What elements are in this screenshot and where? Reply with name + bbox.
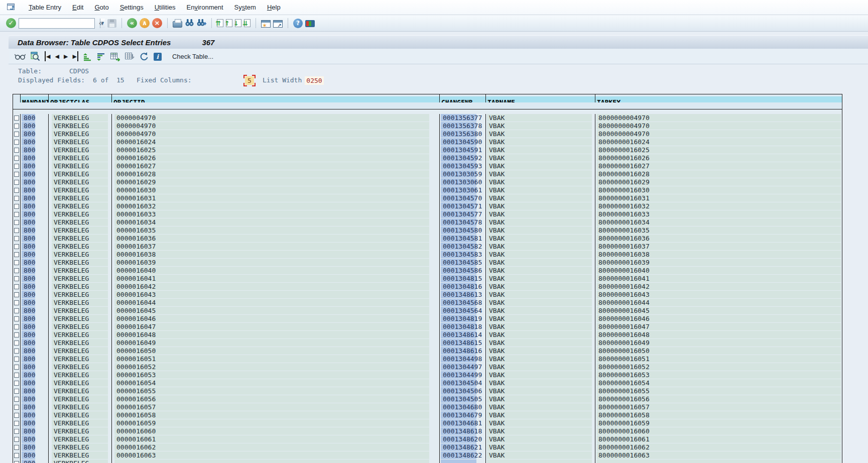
cell-objectid[interactable]: 0000016032 [114,202,429,210]
cell-objectclas[interactable]: VERKBELEG [52,459,108,463]
cell-changenr[interactable]: 0001304578 [441,218,476,226]
cell-mandant[interactable]: 800 [22,379,35,387]
cell-changenr[interactable]: 0001348621 [441,443,476,451]
cell-changenr[interactable]: 0001304679 [441,411,476,419]
cell-objectid[interactable]: 0000004970 [114,130,429,138]
cell-tabname[interactable]: VBAK [487,379,592,387]
menu-utilities[interactable]: Utilities [149,2,181,13]
cell-changenr[interactable]: 0001304815 [441,275,476,282]
row-checkbox[interactable] [14,437,19,442]
cell-objectclas[interactable]: VERKBELEG [52,387,108,395]
cell-tabkey[interactable]: 8000000016056 [596,395,841,403]
cell-mandant[interactable]: 800 [22,186,35,194]
column-header-objectid[interactable]: OBJECTID [112,96,439,102]
row-checkbox[interactable] [14,413,19,418]
cell-objectid[interactable]: 0000016046 [114,315,429,322]
cell-tabkey[interactable]: 8000000016057 [596,403,841,411]
cell-changenr[interactable]: 0001303059 [441,170,476,178]
page-down-icon[interactable]: ↓ [235,19,241,27]
cell-objectid[interactable]: 0000016044 [114,299,429,306]
row-checkbox[interactable] [14,276,19,281]
back-icon[interactable]: « [127,18,137,28]
cell-objectid[interactable]: 0000016028 [114,170,429,178]
cell-changenr[interactable]: 0001348613 [441,291,476,298]
system-menu-icon[interactable] [7,4,16,11]
cell-objectclas[interactable]: VERKBELEG [52,363,108,371]
cell-objectid[interactable]: 0000016040 [114,267,429,274]
cell-changenr[interactable]: 0001348614 [441,331,476,338]
cell-changenr[interactable]: 0001303061 [441,186,476,194]
cell-tabkey[interactable]: 8000000016029 [596,178,841,186]
cell-changenr[interactable]: 0001348620 [441,435,476,443]
cell-changenr[interactable]: 0001304816 [441,283,476,290]
cell-objectid[interactable]: 0000016039 [114,259,429,266]
column-header-tabkey[interactable]: TABKEY [595,96,842,102]
cell-tabkey[interactable]: 8000000016030 [596,186,841,194]
cell-tabkey[interactable]: 8000000016035 [596,226,841,234]
cell-tabkey[interactable]: 8000000016024 [596,138,841,146]
cell-mandant[interactable]: 800 [22,202,35,210]
cell-mandant[interactable]: 800 [22,146,35,154]
row-checkbox[interactable] [14,228,19,233]
cell-changenr[interactable]: 0001304586 [441,267,476,274]
cell-mandant[interactable]: 800 [22,259,35,266]
cell-mandant[interactable]: 800 [22,243,35,250]
cell-changenr[interactable]: 0001304681 [441,419,476,427]
cell-objectid[interactable]: 0000016037 [114,243,429,250]
cell-mandant[interactable]: 800 [22,459,35,463]
cell-changenr[interactable]: 0001348616 [441,347,476,355]
cell-changenr[interactable]: 0001304497 [441,363,476,371]
row-checkbox[interactable] [14,389,19,394]
cell-objectclas[interactable]: VERKBELEG [52,403,108,411]
cell-changenr[interactable]: 0001304585 [441,259,476,266]
cell-objectclas[interactable]: VERKBELEG [52,226,108,234]
cell-tabkey[interactable]: 8000000016041 [596,275,841,282]
cell-tabname[interactable]: VBAK [487,243,592,250]
cell-changenr[interactable]: 0001304593 [441,162,476,170]
help-icon[interactable]: ? [293,19,303,28]
row-checkbox[interactable] [14,397,19,402]
cell-objectclas[interactable]: VERKBELEG [52,243,108,250]
cell-mandant[interactable]: 800 [22,403,35,411]
cell-objectclas[interactable]: VERKBELEG [52,379,108,387]
previous-entry-icon[interactable]: ◀ [55,51,59,61]
cell-tabname[interactable]: VBAK [487,122,592,130]
save-icon[interactable] [107,19,116,28]
cell-objectid[interactable]: 0000016024 [114,138,429,146]
enter-icon[interactable]: ✓ [6,18,16,28]
row-checkbox[interactable] [14,244,19,249]
cell-tabkey[interactable]: 8000000016060 [596,427,841,435]
cell-changenr[interactable]: 0001304583 [441,251,476,258]
cell-mandant[interactable]: 800 [22,307,35,314]
cell-changenr[interactable]: 0001348618 [441,427,476,435]
cell-objectid[interactable]: 0000016061 [114,435,429,443]
fixed-columns-field[interactable]: 5 [245,76,254,85]
row-checkbox[interactable] [14,300,19,305]
cell-objectclas[interactable]: VERKBELEG [52,122,108,130]
cell-tabkey[interactable]: 8000000016027 [596,162,841,170]
cell-tabname[interactable]: VBAK [487,451,592,459]
row-checkbox[interactable] [14,308,19,313]
cell-mandant[interactable]: 800 [22,283,35,290]
cell-objectclas[interactable]: VERKBELEG [52,419,108,427]
cell-mandant[interactable]: 800 [22,226,35,234]
collapse-icon[interactable]: « [97,18,105,28]
cell-tabname[interactable]: VBAK [487,226,592,234]
cell-mandant[interactable]: 800 [22,162,35,170]
cell-mandant[interactable]: 800 [22,387,35,395]
cell-tabname[interactable]: VBAK [487,435,592,443]
cell-objectclas[interactable]: VERKBELEG [52,259,108,266]
cell-tabname[interactable]: VBAK [487,194,592,202]
row-checkbox[interactable] [14,357,19,362]
cell-tabname[interactable]: VBAK [487,130,592,138]
menu-help[interactable]: Help [262,2,286,13]
cell-objectid[interactable]: 0000016041 [114,275,429,282]
cell-tabkey[interactable]: 8000000016048 [596,331,841,338]
page-up-icon[interactable]: ↑ [226,19,232,27]
cell-objectid[interactable]: 0000016049 [114,339,429,346]
cell-mandant[interactable]: 800 [22,411,35,419]
cell-mandant[interactable]: 800 [22,210,35,218]
cell-objectid[interactable]: 0000016052 [114,363,429,371]
row-checkbox[interactable] [14,324,19,329]
cell-mandant[interactable]: 800 [22,427,35,435]
